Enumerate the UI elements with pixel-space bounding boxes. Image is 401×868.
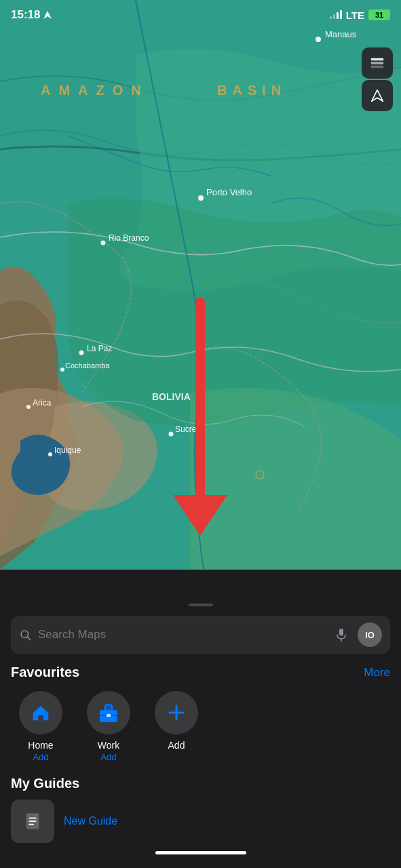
battery-level: 31: [375, 11, 383, 19]
signal-bar-1: [330, 16, 332, 19]
guides-section: My Guides New Guide: [0, 762, 401, 843]
home-icon-circle: [19, 691, 62, 734]
svg-point-2: [198, 195, 204, 201]
favourite-work[interactable]: Work Add: [81, 691, 136, 762]
signal-bar-4: [340, 10, 342, 19]
map-view[interactable]: Manaus Porto Velho Rio Branco La Paz Coc…: [0, 0, 401, 570]
time-label: 15:18: [11, 8, 40, 22]
svg-rect-37: [107, 714, 111, 717]
signal-bars: [330, 11, 342, 19]
lte-label: LTE: [346, 9, 364, 21]
svg-point-4: [79, 351, 84, 355]
battery-indicator: 31: [368, 9, 390, 20]
favourites-header: Favourites More: [11, 665, 390, 680]
svg-marker-29: [372, 90, 383, 102]
svg-point-6: [26, 405, 31, 409]
svg-point-5: [60, 368, 64, 372]
home-icon: [31, 703, 51, 723]
guide-icon: [23, 812, 42, 831]
map-layers-icon: [370, 56, 385, 71]
home-sublabel: Add: [33, 752, 48, 762]
avatar-initials: IO: [365, 630, 375, 640]
svg-rect-32: [339, 629, 343, 636]
signal-bar-3: [337, 12, 339, 19]
home-indicator: [155, 851, 246, 854]
svg-point-3: [101, 241, 106, 245]
svg-rect-26: [371, 58, 383, 61]
location-button[interactable]: [362, 80, 393, 111]
svg-marker-25: [43, 11, 52, 19]
guide-card[interactable]: [11, 800, 54, 843]
sheet-handle[interactable]: [189, 604, 213, 606]
work-icon-circle: [87, 691, 130, 734]
plus-icon: [167, 703, 186, 722]
map-type-button[interactable]: [362, 47, 393, 79]
favourite-add[interactable]: Add: [149, 691, 204, 762]
svg-rect-35: [107, 705, 111, 710]
svg-text:Cochabamba: Cochabamba: [65, 361, 110, 370]
status-time: 15:18: [11, 8, 52, 22]
new-guide-button[interactable]: New Guide: [64, 815, 117, 827]
search-bar[interactable]: IO: [11, 616, 390, 654]
bottom-sheet: IO Favourites More Home Add: [0, 597, 401, 868]
svg-text:Rio Branco: Rio Branco: [109, 233, 149, 243]
mic-button[interactable]: [332, 625, 351, 644]
svg-point-1: [316, 37, 321, 42]
svg-rect-27: [371, 62, 383, 64]
status-bar: 15:18 LTE 31: [0, 0, 401, 30]
avatar-button[interactable]: IO: [358, 623, 382, 647]
svg-text:BOLIVIA: BOLIVIA: [152, 391, 191, 402]
svg-text:BASIN: BASIN: [217, 83, 286, 98]
location-active-icon: [43, 11, 52, 19]
svg-rect-28: [371, 66, 383, 68]
location-arrow-icon: [370, 89, 384, 102]
mic-icon: [335, 627, 347, 642]
svg-text:Arica: Arica: [33, 398, 52, 408]
guides-row: New Guide: [11, 800, 390, 843]
work-label: Work: [98, 740, 119, 751]
favourites-title: Favourites: [11, 665, 79, 680]
guides-title: My Guides: [11, 776, 390, 791]
search-icon: [19, 629, 31, 641]
add-icon-circle: [155, 691, 198, 734]
work-briefcase-icon: [98, 703, 119, 722]
svg-text:La Paz: La Paz: [87, 344, 112, 353]
svg-text:Iquique: Iquique: [54, 446, 81, 455]
svg-text:AMAZON: AMAZON: [41, 83, 149, 98]
status-right: LTE 31: [330, 9, 390, 21]
svg-point-7: [48, 452, 52, 456]
search-input[interactable]: [38, 628, 325, 642]
favourites-items: Home Add Work Add: [11, 691, 390, 762]
svg-text:Porto Velho: Porto Velho: [206, 187, 252, 197]
home-label: Home: [28, 740, 53, 751]
svg-text:Manaus: Manaus: [325, 29, 357, 39]
favourite-home[interactable]: Home Add: [14, 691, 68, 762]
signal-bar-2: [333, 14, 335, 19]
add-label: Add: [168, 740, 185, 751]
favourites-section: Favourites More Home Add: [0, 665, 401, 762]
more-button[interactable]: More: [364, 666, 390, 679]
work-sublabel: Add: [100, 752, 116, 762]
svg-line-31: [27, 637, 30, 639]
map-controls: [362, 47, 393, 111]
svg-point-8: [169, 432, 174, 437]
svg-text:Sucre: Sucre: [175, 425, 197, 434]
